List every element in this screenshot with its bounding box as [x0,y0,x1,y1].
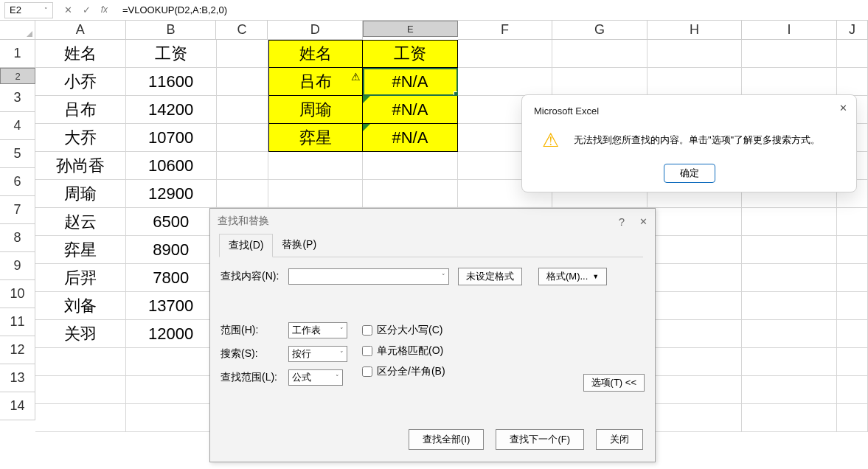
cell[interactable] [837,404,868,432]
find-content-input[interactable]: ˅ [288,268,449,285]
cell[interactable]: 13700 [126,292,217,320]
cell[interactable] [742,208,837,236]
ok-button[interactable]: 确定 [664,164,715,183]
col-header-D[interactable]: D [268,21,362,40]
cell[interactable] [647,208,743,236]
cell[interactable] [363,180,458,208]
cell[interactable]: 后羿 [35,264,126,292]
cell[interactable]: 赵云 [35,208,126,236]
cell[interactable]: 工资 [126,40,217,68]
lookin-select[interactable]: 公式 ˅ [288,369,343,386]
cell[interactable] [363,152,458,180]
close-button[interactable]: 关闭 [596,429,643,450]
options-button[interactable]: 选项(T) << [583,374,645,392]
confirm-icon[interactable]: ✓ [83,4,91,15]
col-header-I[interactable]: I [742,21,836,40]
col-header-A[interactable]: A [35,21,126,40]
cell[interactable]: 工资 [363,40,458,68]
cell[interactable] [742,292,837,320]
cell[interactable] [647,376,743,404]
checkbox-input[interactable] [362,366,372,377]
row-header-13[interactable]: 13 [0,364,35,392]
row-header-10[interactable]: 10 [0,280,35,308]
row-header-3[interactable]: 3 [0,84,35,112]
cell[interactable] [837,264,868,292]
col-header-E[interactable]: E [363,21,458,37]
checkbox-input[interactable] [362,325,372,336]
cell[interactable] [35,404,126,432]
row-header-11[interactable]: 11 [0,308,35,336]
cell[interactable] [837,376,868,404]
row-header-2[interactable]: 2 [0,68,35,84]
cell[interactable] [126,376,217,404]
cell[interactable]: 孙尚香 [35,152,126,180]
cell[interactable] [126,348,217,376]
cell[interactable] [742,236,837,264]
cell[interactable] [837,292,868,320]
tab-replace[interactable]: 替换(P) [273,234,325,257]
cell[interactable]: 14200 [126,96,217,124]
cell[interactable] [742,376,837,404]
cell[interactable]: 7800 [126,264,217,292]
cell[interactable]: 姓名 [268,40,364,68]
cell[interactable]: 10600 [126,152,217,180]
cell[interactable] [458,40,553,68]
cell[interactable]: #N/A [363,96,458,124]
formula-input[interactable]: =VLOOKUP(D2,A:B,2,0) [119,3,868,17]
cell[interactable] [217,152,268,180]
cell[interactable] [647,404,743,432]
row-header-5[interactable]: 5 [0,140,35,168]
cell[interactable]: 大乔 [35,124,126,152]
cell[interactable] [742,348,837,376]
col-header-H[interactable]: H [647,21,742,40]
cell[interactable] [647,320,743,348]
cell[interactable] [268,152,364,180]
cell[interactable] [837,208,868,236]
find-next-button[interactable]: 查找下一个(F) [496,429,584,450]
cell[interactable] [552,40,647,68]
cell[interactable]: 6500 [126,208,217,236]
cell[interactable] [647,68,743,96]
cell[interactable] [742,68,837,96]
checkbox-match-case[interactable]: 区分大小写(C) [362,324,445,337]
cell[interactable] [217,40,268,68]
row-header-4[interactable]: 4 [0,112,35,140]
cell[interactable] [217,180,268,208]
cell[interactable] [126,404,217,432]
cell[interactable] [458,68,553,96]
cell[interactable] [647,40,743,68]
col-header-F[interactable]: F [458,21,552,40]
cell[interactable] [742,264,837,292]
scope-select[interactable]: 工作表 ˅ [288,322,347,338]
cell[interactable]: 8900 [126,236,217,264]
cell[interactable] [837,236,868,264]
cell[interactable]: 姓名 [35,40,126,68]
cell[interactable]: 10700 [126,124,217,152]
cell[interactable]: 小乔 [35,68,126,96]
col-header-J[interactable]: J [837,21,868,40]
tab-find[interactable]: 查找(D) [219,234,273,257]
checkbox-full-half-width[interactable]: 区分全/半角(B) [362,365,445,378]
cell[interactable] [552,68,647,96]
row-header-12[interactable]: 12 [0,336,35,364]
cell[interactable]: 弈星 [35,236,126,264]
cell[interactable] [742,320,837,348]
col-header-G[interactable]: G [552,21,647,40]
cell[interactable] [837,348,868,376]
row-header-6[interactable]: 6 [0,168,35,196]
row-header-9[interactable]: 9 [0,252,35,280]
dialog-titlebar[interactable]: 查找和替换 ? ✕ [210,209,655,234]
format-button[interactable]: 格式(M)... ▼ [538,268,607,285]
cell[interactable]: 周瑜 [268,96,364,124]
row-header-14[interactable]: 14 [0,392,35,420]
cell[interactable] [35,376,126,404]
close-icon[interactable]: ✕ [639,216,647,227]
cell[interactable]: #N/A [363,124,458,152]
chevron-down-icon[interactable]: ˅ [442,273,445,280]
col-header-B[interactable]: B [126,21,217,40]
cell[interactable] [647,236,743,264]
cell[interactable]: 吕布 [35,96,126,124]
checkbox-whole-cell[interactable]: 单元格匹配(O) [362,344,445,358]
cell[interactable]: 周瑜 [35,180,126,208]
row-header-7[interactable]: 7 [0,196,35,224]
